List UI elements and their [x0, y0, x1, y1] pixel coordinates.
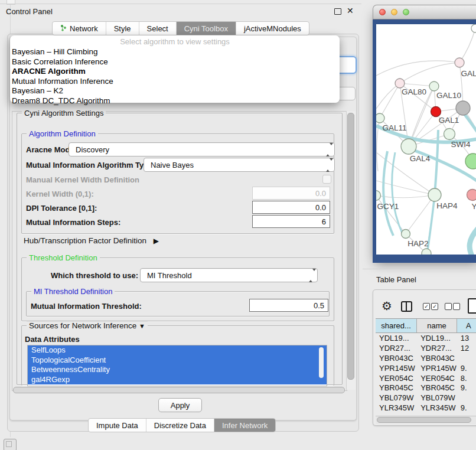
mode-tab-impute-data[interactable]: Impute Data — [89, 419, 146, 432]
close-window-icon[interactable] — [379, 9, 386, 15]
table-cell[interactable]: YBL079W — [376, 393, 417, 402]
table-cell[interactable]: YBR043C — [417, 354, 457, 363]
zoom-window-icon[interactable] — [403, 9, 409, 15]
table-cell[interactable]: YDL19... — [417, 334, 457, 343]
table-cell[interactable]: 9. — [457, 403, 476, 412]
table-cell[interactable]: 9. — [457, 383, 476, 392]
network-edge[interactable] — [376, 195, 435, 198]
table-cell[interactable]: YLR345W — [376, 403, 417, 412]
network-node[interactable] — [401, 139, 416, 154]
gear-icon[interactable]: ⚙ — [382, 299, 392, 313]
table-cell[interactable]: YLR345W — [417, 403, 457, 412]
network-edge[interactable] — [376, 83, 400, 109]
minimize-window-icon[interactable] — [391, 9, 397, 15]
network-node[interactable] — [471, 24, 476, 32]
tab-cyni-toolbox[interactable]: Cyni Toolbox — [176, 22, 236, 35]
table-cell[interactable]: 9. — [457, 364, 476, 373]
network-node[interactable] — [467, 190, 476, 201]
network-edge[interactable] — [459, 28, 475, 63]
network-canvas[interactable]: GALGAL80GAL10GAL11GAL1SWI4GAL4GCY1HAP4YH… — [376, 24, 476, 255]
table-cell[interactable]: YIL052C — [376, 413, 417, 415]
data-attribute-item[interactable]: TopologicalCoefficient — [28, 356, 327, 366]
table-cell[interactable]: YER054C — [376, 374, 417, 383]
mode-tab-infer-network[interactable]: Infer Network — [214, 419, 275, 432]
tab-network[interactable]: Network — [53, 22, 106, 35]
network-node[interactable] — [431, 107, 441, 117]
network-edge[interactable] — [400, 63, 459, 83]
network-node[interactable] — [456, 101, 470, 115]
network-node[interactable] — [422, 249, 431, 255]
table-row[interactable]: YER054CYER054C8. — [376, 373, 476, 383]
hub-definition-expander[interactable]: Hub/Transcription Factor Definition ▶ — [24, 236, 159, 245]
table-row[interactable]: YLR345WYLR345W9. — [376, 403, 476, 413]
network-edge[interactable] — [376, 181, 435, 195]
deselect-all-columns-icon[interactable] — [445, 303, 452, 310]
table-row[interactable]: YBR045CYBR045C9. — [376, 383, 476, 393]
network-node[interactable] — [402, 230, 410, 239]
table-row[interactable]: YBR043CYBR043C — [376, 353, 476, 363]
tab-select[interactable]: Select — [139, 22, 176, 35]
table-cell[interactable]: YDR27... — [376, 344, 417, 353]
data-attribute-item[interactable]: BetweennessCentrality — [28, 365, 327, 375]
table-cell[interactable]: YDR27... — [417, 344, 457, 353]
algorithm-option[interactable]: Dream8 DC_TDC Algorithm — [10, 96, 340, 106]
algorithm-option[interactable]: Bayesian – Hill Climbing — [10, 47, 340, 57]
mi-steps-field[interactable]: 6 — [252, 215, 330, 228]
network-edge[interactable] — [409, 148, 476, 182]
select-all-columns-icon[interactable]: ✓ — [423, 303, 430, 310]
network-node[interactable] — [395, 79, 405, 88]
table-cell[interactable]: 12 — [457, 344, 476, 353]
network-edge[interactable] — [470, 228, 476, 255]
close-panel-icon[interactable]: ✕ — [347, 6, 354, 15]
algorithm-option[interactable]: Mutual Information Inference — [10, 77, 340, 87]
network-node[interactable] — [455, 58, 464, 67]
which-threshold-combobox[interactable]: MI Threshold — [140, 268, 318, 282]
column-header-shared[interactable]: shared... — [376, 319, 417, 332]
data-attribute-item[interactable]: SelfLoops — [28, 345, 327, 356]
attributes-list-scrollbar-thumb[interactable] — [319, 347, 324, 378]
float-panel-icon[interactable] — [334, 8, 341, 15]
mi-threshold-field[interactable]: 0.5 — [249, 299, 328, 312]
select-all-columns-icon-2[interactable]: ✓ — [431, 303, 438, 310]
settings-vertical-scrollbar-thumb[interactable] — [347, 113, 354, 380]
table-cell[interactable]: 8. — [457, 374, 476, 383]
table-row[interactable]: YBL079WYBL079W — [376, 393, 476, 403]
network-node[interactable] — [444, 129, 455, 140]
network-edge[interactable] — [380, 83, 400, 118]
algorithm-option[interactable]: Bayesian – K2 — [10, 86, 340, 96]
table-row[interactable]: YIL052CYIL052C9 — [376, 413, 476, 415]
table-cell[interactable]: YBR045C — [417, 383, 457, 392]
network-node[interactable] — [429, 81, 439, 91]
table-cell[interactable]: YER054C — [417, 374, 457, 383]
network-node[interactable] — [465, 154, 476, 169]
sources-group-title[interactable]: Sources for Network Inference ▼ — [27, 321, 148, 330]
network-node[interactable] — [428, 188, 441, 201]
table-cell[interactable]: YBL079W — [417, 393, 457, 402]
algorithm-option[interactable]: ARACNE Algorithm — [10, 67, 340, 77]
table-row[interactable]: YDL19...YDL19...13 — [376, 333, 476, 343]
mi-type-combobox[interactable]: Naive Bayes — [144, 158, 335, 172]
network-graph[interactable]: GALGAL80GAL10GAL11GAL1SWI4GAL4GCY1HAP4YH… — [376, 24, 476, 255]
algorithm-option[interactable]: Basic Correlation Inference — [10, 57, 340, 67]
network-window-titlebar[interactable] — [373, 5, 476, 19]
table-cell[interactable]: 9 — [457, 413, 476, 415]
network-edge[interactable] — [400, 83, 434, 86]
restore-panel-icon[interactable] — [4, 439, 17, 450]
table-cell[interactable]: YIL052C — [417, 413, 457, 415]
column-header-name[interactable]: name — [417, 319, 457, 332]
table-cell[interactable]: YDL19... — [376, 334, 417, 343]
aracne-mode-combobox[interactable]: Discovery — [69, 142, 335, 156]
table-cell[interactable]: YBR045C — [376, 383, 417, 392]
table-row[interactable]: YDR27...YDR27...12 — [376, 343, 476, 353]
settings-horizontal-scrollbar-thumb[interactable] — [13, 387, 345, 393]
table-cell[interactable]: YPR145W — [417, 364, 457, 373]
mode-tab-discretize-data[interactable]: Discretize Data — [146, 419, 214, 432]
export-table-icon[interactable] — [468, 298, 476, 314]
tab-style[interactable]: Style — [106, 22, 139, 35]
data-attribute-item[interactable]: gal4RGexp — [28, 375, 327, 385]
deselect-all-columns-icon-2[interactable] — [453, 303, 460, 310]
table-cell[interactable]: YPR145W — [376, 364, 417, 373]
column-browser-icon[interactable] — [401, 301, 412, 312]
network-node[interactable] — [376, 113, 384, 123]
table-cell[interactable]: YBR043C — [376, 354, 417, 363]
